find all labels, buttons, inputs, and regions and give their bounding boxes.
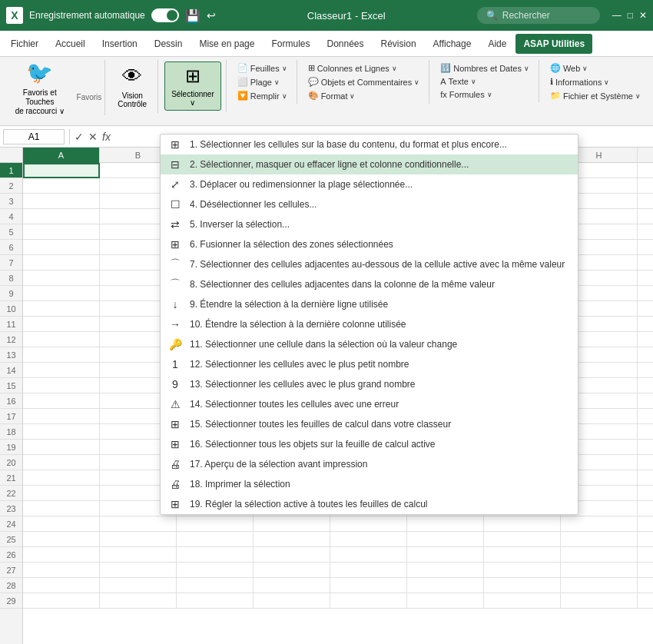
cell-I18[interactable] [638, 424, 653, 440]
cell-D25[interactable] [254, 532, 330, 547]
objets-commentaires-btn[interactable]: 💬 Objets et Commentaires ∨ [302, 75, 426, 88]
row-header-25[interactable]: 25 [0, 532, 22, 547]
cell-I11[interactable] [638, 317, 653, 332]
cross-icon[interactable]: ✕ [88, 131, 98, 143]
menu-item-aide[interactable]: Aide [480, 34, 514, 54]
cell-A21[interactable] [23, 470, 100, 486]
cell-C27[interactable] [177, 563, 254, 578]
row-header-14[interactable]: 14 [0, 363, 22, 378]
cell-A5[interactable] [23, 224, 100, 240]
dropdown-item-6[interactable]: ⊞6. Fusionner la sélection des zones sél… [161, 234, 578, 254]
cell-A8[interactable] [23, 271, 100, 286]
cell-ref-input[interactable] [3, 129, 65, 144]
cell-F28[interactable] [407, 578, 484, 593]
cell-A20[interactable] [23, 455, 100, 470]
dropdown-item-19[interactable]: ⊞19. Régler la sélection active à toutes… [161, 494, 578, 514]
cell-I26[interactable] [638, 547, 653, 563]
cell-H27[interactable] [561, 563, 638, 578]
cell-E25[interactable] [330, 532, 407, 547]
dropdown-item-7[interactable]: ⌒7. Sélectionner des cellules adjacentes… [161, 254, 578, 274]
cell-A19[interactable] [23, 440, 100, 455]
row-header-11[interactable]: 11 [0, 317, 22, 332]
cell-A2[interactable] [23, 178, 100, 194]
cell-A27[interactable] [23, 563, 100, 578]
cell-G27[interactable] [484, 563, 561, 578]
cell-I16[interactable] [638, 393, 653, 409]
cell-I14[interactable] [638, 363, 653, 378]
cell-A22[interactable] [23, 486, 100, 501]
dropdown-item-14[interactable]: ⚠14. Sélectionner toutes les cellules av… [161, 394, 578, 414]
cell-A3[interactable] [23, 194, 100, 209]
cell-C26[interactable] [177, 547, 254, 563]
menu-item-formules[interactable]: Formules [264, 34, 317, 54]
cell-I12[interactable] [638, 332, 653, 347]
row-header-28[interactable]: 28 [0, 578, 22, 593]
cell-A1[interactable] [23, 163, 100, 178]
menu-item-revision[interactable]: Révision [373, 34, 424, 54]
row-header-16[interactable]: 16 [0, 393, 22, 409]
row-header-20[interactable]: 20 [0, 455, 22, 470]
row-header-29[interactable]: 29 [0, 593, 22, 609]
cell-E28[interactable] [330, 578, 407, 593]
cell-I9[interactable] [638, 286, 653, 301]
cell-A17[interactable] [23, 409, 100, 424]
autosave-toggle[interactable] [151, 8, 179, 22]
dropdown-item-12[interactable]: 112. Sélectionner les cellules avec le p… [161, 354, 578, 374]
nombres-dates-btn[interactable]: 🔢 Nombres et Dates ∨ [434, 61, 535, 75]
cell-E24[interactable] [330, 516, 407, 532]
cell-H28[interactable] [561, 578, 638, 593]
row-header-3[interactable]: 3 [0, 194, 22, 209]
cell-A29[interactable] [23, 593, 100, 609]
cell-C24[interactable] [177, 516, 254, 532]
cell-I5[interactable] [638, 224, 653, 240]
cell-D27[interactable] [254, 563, 330, 578]
cell-I6[interactable] [638, 240, 653, 255]
cell-D26[interactable] [254, 547, 330, 563]
cell-I15[interactable] [638, 378, 653, 393]
cell-G24[interactable] [484, 516, 561, 532]
row-header-27[interactable]: 27 [0, 563, 22, 578]
menu-item-mise-en-page[interactable]: Mise en page [191, 34, 262, 54]
row-header-13[interactable]: 13 [0, 347, 22, 363]
cell-A10[interactable] [23, 301, 100, 317]
cell-D29[interactable] [254, 593, 330, 609]
dropdown-item-2[interactable]: ⊟2. Sélectionner, masquer ou effacer lig… [161, 154, 578, 174]
row-header-6[interactable]: 6 [0, 240, 22, 255]
selectionner-btn[interactable]: ⊞ Sélectionner∨ [164, 61, 221, 111]
cell-C29[interactable] [177, 593, 254, 609]
formules-btn[interactable]: fx Formules ∨ [434, 88, 535, 101]
menu-item-accueil[interactable]: Accueil [48, 34, 93, 54]
menu-item-affichage[interactable]: Affichage [426, 34, 479, 54]
row-header-7[interactable]: 7 [0, 255, 22, 271]
row-header-26[interactable]: 26 [0, 547, 22, 563]
minimize-btn[interactable]: — [612, 10, 622, 21]
cell-A13[interactable] [23, 347, 100, 363]
cell-I28[interactable] [638, 578, 653, 593]
cell-A12[interactable] [23, 332, 100, 347]
cell-E29[interactable] [330, 593, 407, 609]
feuilles-btn[interactable]: 📄 Feuilles ∨ [231, 61, 293, 75]
cell-A11[interactable] [23, 317, 100, 332]
cell-A28[interactable] [23, 578, 100, 593]
cell-A14[interactable] [23, 363, 100, 378]
favoris-btn[interactable]: 🐦 Favoris et Touchesde raccourci ∨ [6, 61, 74, 114]
row-header-9[interactable]: 9 [0, 286, 22, 301]
row-header-2[interactable]: 2 [0, 178, 22, 194]
cell-A23[interactable] [23, 501, 100, 516]
dropdown-item-8[interactable]: ⌒8. Sélectionner des cellules adjacentes… [161, 274, 578, 294]
cell-I13[interactable] [638, 347, 653, 363]
cell-H29[interactable] [561, 593, 638, 609]
cell-A6[interactable] [23, 240, 100, 255]
cell-G25[interactable] [484, 532, 561, 547]
dropdown-item-18[interactable]: 🖨18. Imprimer la sélection [161, 474, 578, 494]
col-header-A[interactable]: A [23, 148, 100, 163]
menu-item-dessin[interactable]: Dessin [147, 34, 191, 54]
cell-B24[interactable] [100, 516, 177, 532]
web-btn[interactable]: 🌐 Web ∨ [544, 61, 647, 75]
cell-F24[interactable] [407, 516, 484, 532]
cell-B26[interactable] [100, 547, 177, 563]
dropdown-item-9[interactable]: ↓9. Étendre la sélection à la dernière l… [161, 294, 578, 314]
texte-btn[interactable]: A Texte ∨ [434, 75, 535, 88]
cell-I20[interactable] [638, 455, 653, 470]
checkmark-icon[interactable]: ✓ [75, 131, 84, 143]
